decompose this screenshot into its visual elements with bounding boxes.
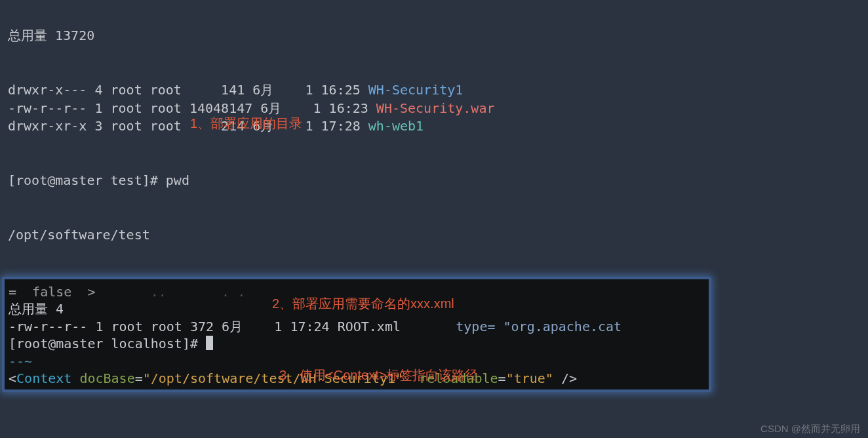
panel-prompt: [root@master localhost]# — [9, 335, 705, 352]
pwd-output: /opt/software/test — [8, 227, 150, 243]
cursor-solid-icon — [206, 336, 213, 350]
prompt-pwd: [root@master test]# pwd — [8, 172, 494, 190]
total-line: 总用量 13720 — [8, 27, 494, 45]
table-row: drwxr-x--- 4 root root 141 6月 1 16:25 WH… — [8, 81, 494, 100]
annotation-2: 2、部署应用需要命名的xxx.xml — [272, 295, 454, 313]
watermark: CSDN @然而并无卵用 — [760, 423, 860, 435]
pwd-output-line: /opt/software/test — [8, 226, 494, 245]
panel-ls-row: -rw-r--r-- 1 root root 372 6月 1 17:24 RO… — [9, 318, 705, 335]
annotation-3: 3、使用<Context>标签指向该路径 — [279, 367, 478, 384]
annotation-1: 1、部署应用的目录 — [190, 115, 302, 132]
terminal-top[interactable]: 总用量 13720 drwxr-x--- 4 root root 141 6月 … — [0, 0, 502, 317]
